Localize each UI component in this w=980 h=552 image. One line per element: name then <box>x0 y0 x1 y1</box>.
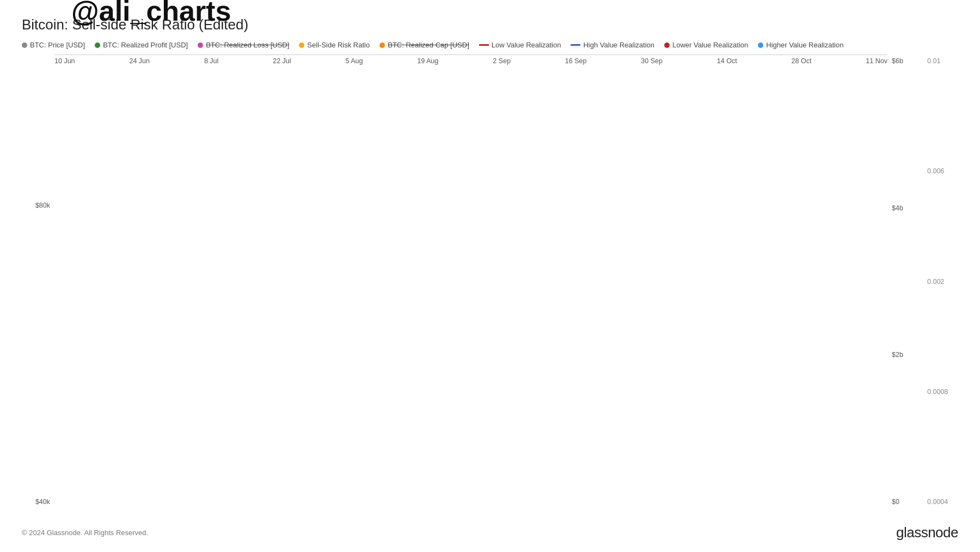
x-label-30sep: 30 Sep <box>641 57 663 68</box>
legend-dot-sell-side <box>299 43 304 48</box>
legend-lower-value: Lower Value Realization <box>664 41 748 49</box>
legend-high-value: High Value Realization <box>571 41 654 49</box>
x-label-28oct: 28 Oct <box>792 57 812 68</box>
y-right2-0002: 0.002 <box>927 278 944 286</box>
legend-sell-side: Sell-Side Risk Ratio <box>299 41 370 49</box>
legend-higher-value: Higher Value Realization <box>758 41 843 49</box>
x-label-22jul: 22 Jul <box>273 57 291 68</box>
y-right2-001: 0.01 <box>927 57 940 65</box>
legend-btc-profit: BTC: Realized Profit [USD] <box>95 41 188 49</box>
y-right-4b: $4b <box>892 204 903 212</box>
legend-line-low-value <box>479 44 489 46</box>
legend-label-higher-value: Higher Value Realization <box>766 41 843 49</box>
y-axis-right2: 0.01 0.006 0.002 0.0008 0.0004 <box>923 54 958 521</box>
legend-label-high-value: High Value Realization <box>583 41 654 49</box>
legend-line-high-value <box>571 44 580 46</box>
legend-btc-price: BTC: Price [USD] <box>22 41 85 49</box>
legend: BTC: Price [USD] BTC: Realized Profit [U… <box>22 41 958 49</box>
y-left-80k: $80k <box>35 202 50 209</box>
legend-dot-higher-value <box>758 43 763 48</box>
chart-wrapper: @ali_charts <box>54 54 887 521</box>
page-container: Bitcoin: Sell-side Risk Ratio (Edited) B… <box>0 0 980 552</box>
y-axis-left: $80k $40k <box>22 54 54 521</box>
legend-btc-realized-cap: BTC: Realized Cap [USD] <box>379 41 469 49</box>
chart-area: $80k $40k @ali_charts <box>22 54 958 521</box>
legend-dot-btc-loss <box>198 43 203 48</box>
x-label-16sep: 16 Sep <box>565 57 587 68</box>
y-right-6b: $6b <box>892 57 903 65</box>
x-label-11nov: 11 Nov <box>866 57 887 68</box>
y-right-2b: $2b <box>892 351 903 359</box>
legend-label-btc-realized-cap: BTC: Realized Cap [USD] <box>388 41 469 49</box>
page-title: Bitcoin: Sell-side Risk Ratio (Edited) <box>22 16 958 33</box>
y-left-40k: $40k <box>35 498 50 506</box>
legend-label-btc-loss: BTC: Realized Loss [USD] <box>206 41 289 49</box>
x-label-14oct: 14 Oct <box>717 57 737 68</box>
y-right-0: $0 <box>892 498 899 506</box>
x-label-10jun: 10 Jun <box>54 57 75 68</box>
legend-dot-lower-value <box>664 43 670 48</box>
y-axis-right: $6b $4b $2b $0 <box>887 54 923 521</box>
legend-dot-btc-realized-cap <box>379 43 385 48</box>
x-label-19aug: 19 Aug <box>417 57 438 68</box>
y-right2-00004: 0.0004 <box>927 498 948 506</box>
legend-label-sell-side: Sell-Side Risk Ratio <box>307 41 370 49</box>
legend-dot-btc-price <box>22 43 27 48</box>
x-label-24jun: 24 Jun <box>129 57 150 68</box>
legend-low-value: Low Value Realization <box>479 41 561 49</box>
legend-label-low-value: Low Value Realization <box>492 41 561 49</box>
legend-btc-loss: BTC: Realized Loss [USD] <box>198 41 289 49</box>
chart-inner: @ali_charts <box>54 54 887 55</box>
legend-label-btc-price: BTC: Price [USD] <box>30 41 85 49</box>
legend-dot-btc-profit <box>95 43 100 48</box>
x-label-2sep: 2 Sep <box>493 57 511 68</box>
y-right2-00008: 0.0008 <box>927 388 948 396</box>
y-right2-0006: 0.006 <box>927 167 944 175</box>
footer: © 2024 Glassnode. All Rights Reserved. g… <box>22 524 958 541</box>
legend-label-lower-value: Lower Value Realization <box>672 41 748 49</box>
x-axis: 10 Jun 24 Jun 8 Jul 22 Jul 5 Aug 19 Aug … <box>54 55 887 68</box>
x-label-5aug: 5 Aug <box>345 57 363 68</box>
x-label-8jul: 8 Jul <box>204 57 218 68</box>
footer-copyright: © 2024 Glassnode. All Rights Reserved. <box>22 529 148 537</box>
legend-label-btc-profit: BTC: Realized Profit [USD] <box>103 41 188 49</box>
footer-logo: glassnode <box>896 524 958 541</box>
